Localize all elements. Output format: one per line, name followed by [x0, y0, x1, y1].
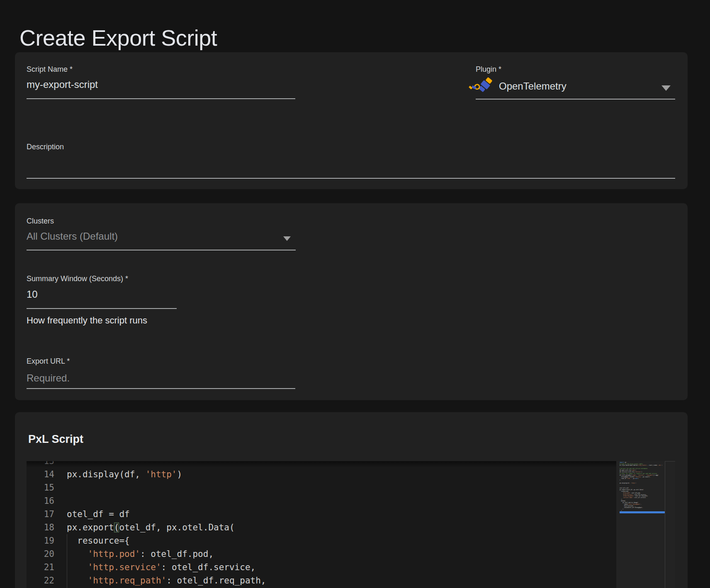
pxl-script-card: PxL Script 1314px.display(df, 'http')151…	[15, 412, 688, 588]
editor-scrollbar-border	[665, 461, 665, 588]
clusters-underline	[27, 250, 296, 250]
export-url-label: Export URL *	[27, 357, 70, 366]
minimap-line: df = px.DataFrame(table='http_events', s…	[620, 465, 665, 467]
code-line: 17otel_df = df	[27, 508, 616, 521]
summary-window-label: Summary Window (Seconds) *	[27, 275, 128, 283]
export-url-underline	[27, 388, 295, 389]
code-line: 20 'http.pod': otel_df.pod,	[27, 547, 616, 561]
clusters-select[interactable]: All Clusters (Default)	[27, 231, 118, 242]
plugin-label: Plugin *	[476, 65, 501, 74]
line-number: 17	[27, 508, 54, 521]
code-line: 14px.display(df, 'http')	[27, 468, 616, 481]
description-label: Description	[27, 143, 64, 151]
clusters-dropdown-arrow-icon[interactable]	[283, 236, 291, 241]
code-line: 15	[27, 481, 616, 494]
line-number: 16	[27, 494, 54, 508]
line-number: 19	[27, 534, 54, 547]
script-name-input[interactable]: my-export-script	[27, 79, 98, 90]
clusters-label: Clusters	[27, 217, 54, 226]
line-number: 21	[27, 561, 54, 574]
description-underline	[27, 178, 675, 179]
page-title: Create Export Script	[19, 25, 217, 51]
script-name-label: Script Name *	[27, 65, 73, 74]
editor-top-shadow	[27, 461, 616, 468]
basics-card: Script Name * my-export-script Plugin * …	[15, 52, 688, 189]
plugin-underline	[476, 99, 675, 100]
code-line: 19 resource={	[27, 534, 616, 547]
create-export-script-page: Create Export Script Script Name * my-ex…	[0, 0, 710, 588]
export-url-input[interactable]: Required.	[27, 372, 70, 384]
line-number: 22	[27, 574, 54, 587]
summary-window-input[interactable]: 10	[27, 289, 38, 300]
opentelemetry-telescope-icon	[474, 76, 493, 96]
minimap[interactable]: import px# Load in the http_events table…	[620, 462, 665, 588]
editor-scrollbar[interactable]	[665, 461, 675, 588]
description-input[interactable]	[27, 152, 675, 177]
code-line: 22 'http.req_path': otel_df.req_path,	[27, 574, 616, 587]
summary-window-helper-text: How frequently the script runs	[27, 315, 147, 326]
code-line: 21 'http.service': otel_df.service,	[27, 561, 616, 574]
minimap-highlight-bar	[620, 511, 665, 513]
config-card: Clusters All Clusters (Default) Summary …	[15, 203, 688, 400]
code-line: 18px.export(otel_df, px.otel.Data(	[27, 521, 616, 534]
line-number: 18	[27, 521, 54, 534]
editor-scrollbar-top-border	[665, 461, 675, 462]
line-number: 14	[27, 468, 54, 481]
summary-window-underline	[27, 308, 177, 309]
script-name-underline	[27, 98, 295, 99]
line-number: 20	[27, 547, 54, 561]
code-lines: 1314px.display(df, 'http')151617otel_df …	[27, 461, 616, 587]
code-line: 16	[27, 494, 616, 508]
pxl-code-editor[interactable]: 1314px.display(df, 'http')151617otel_df …	[27, 461, 675, 588]
indent-guide	[67, 534, 67, 588]
plugin-select[interactable]: OpenTelemetry	[499, 80, 567, 92]
plugin-dropdown-arrow-icon[interactable]	[661, 85, 671, 91]
line-number: 15	[27, 481, 54, 494]
pxl-script-heading: PxL Script	[28, 433, 83, 446]
